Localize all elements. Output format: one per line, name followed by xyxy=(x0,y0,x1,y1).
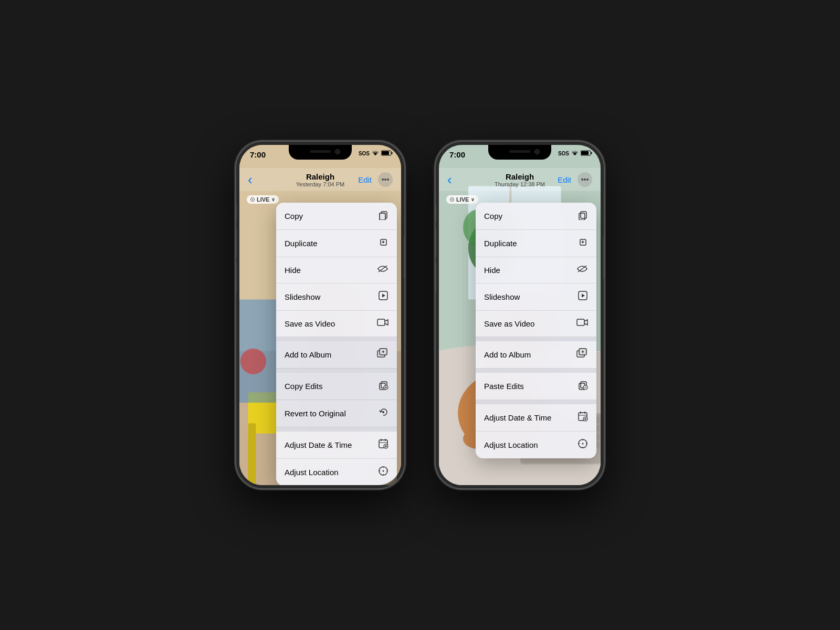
menu-hide-label-right: Hide xyxy=(484,266,500,275)
live-badge-right[interactable]: LIVE ∨ xyxy=(446,195,478,204)
edit-button-left[interactable]: Edit xyxy=(358,175,372,184)
nav-bar-right: ‹ Raleigh Thursday 12:38 PM Edit ••• xyxy=(439,168,601,191)
nav-bar-left: ‹ Raleigh Yesterday 7:04 PM Edit ••• xyxy=(239,168,401,191)
menu-duplicate-label-left: Duplicate xyxy=(285,239,318,248)
live-label-right: LIVE xyxy=(456,196,469,203)
more-dots-icon-left: ••• xyxy=(382,175,390,184)
add-album-icon-left xyxy=(377,348,388,361)
menu-adjust-date-left[interactable]: Adjust Date & Time xyxy=(276,432,397,459)
live-dot-left xyxy=(250,197,255,202)
menu-save-video-right[interactable]: Save as Video xyxy=(476,311,596,337)
slideshow-icon-left xyxy=(378,290,388,303)
menu-add-album-label-left: Add to Album xyxy=(285,350,331,359)
menu-adjust-date-label-right: Adjust Date & Time xyxy=(484,413,551,422)
menu-adjust-location-left[interactable]: Adjust Location xyxy=(276,459,397,485)
menu-duplicate-right[interactable]: Duplicate xyxy=(476,230,596,257)
live-chevron-left: ∨ xyxy=(271,197,275,202)
status-icons-left: SOS xyxy=(359,150,393,157)
volume-down-button[interactable] xyxy=(236,264,237,292)
menu-revert-left[interactable]: Revert to Original xyxy=(276,400,397,427)
volume-up-button-right[interactable] xyxy=(436,228,436,257)
battery-icon-right xyxy=(581,150,592,157)
menu-save-video-label-left: Save as Video xyxy=(285,319,335,328)
volume-down-button-right[interactable] xyxy=(436,264,436,292)
live-badge-left[interactable]: LIVE ∨ xyxy=(247,195,279,204)
menu-slideshow-label-left: Slideshow xyxy=(285,292,320,301)
silent-switch xyxy=(236,205,237,222)
status-icons-right: SOS xyxy=(558,150,592,157)
menu-copy-right[interactable]: Copy xyxy=(476,203,596,230)
menu-hide-label-left: Hide xyxy=(285,266,301,275)
context-menu-left: Copy Duplicate Hide xyxy=(276,203,397,485)
save-video-icon-left xyxy=(377,318,388,330)
add-album-icon-right xyxy=(576,348,588,361)
separator-1-right xyxy=(476,337,596,341)
notch-left xyxy=(289,145,352,160)
save-video-icon-right xyxy=(576,318,588,330)
adjust-location-icon-right xyxy=(578,438,588,452)
more-dots-icon-right: ••• xyxy=(581,175,589,184)
menu-add-album-label-right: Add to Album xyxy=(484,350,531,359)
photo-subtitle-right: Thursday 12:38 PM xyxy=(484,181,556,187)
battery-icon-left xyxy=(381,150,393,157)
left-phone: 7:00 SOS ‹ Raleigh Yesterday 7:04 PM xyxy=(236,142,404,488)
menu-duplicate-label-right: Duplicate xyxy=(484,239,517,248)
speaker-left xyxy=(310,150,331,153)
volume-up-button[interactable] xyxy=(236,228,237,257)
revert-icon-left xyxy=(378,407,388,420)
back-button-left[interactable]: ‹ xyxy=(248,172,284,188)
separator-3-right xyxy=(476,400,596,404)
back-button-right[interactable]: ‹ xyxy=(447,172,484,188)
menu-save-video-left[interactable]: Save as Video xyxy=(276,311,397,337)
copy-icon-right xyxy=(578,209,588,223)
menu-slideshow-left[interactable]: Slideshow xyxy=(276,284,397,311)
menu-adjust-location-label-right: Adjust Location xyxy=(484,440,538,449)
svg-rect-3 xyxy=(248,423,256,485)
menu-add-album-left[interactable]: Add to Album xyxy=(276,341,397,369)
separator-2-left xyxy=(276,369,397,373)
svg-rect-36 xyxy=(377,319,385,326)
menu-copy-left[interactable]: Copy xyxy=(276,203,397,230)
live-chevron-right: ∨ xyxy=(471,197,475,202)
menu-paste-edits-label-right: Paste Edits xyxy=(484,382,524,391)
duplicate-icon-right xyxy=(578,237,588,250)
scene: 7:00 SOS ‹ Raleigh Yesterday 7:04 PM xyxy=(236,142,604,488)
duplicate-icon-left xyxy=(378,237,388,250)
menu-adjust-location-right[interactable]: Adjust Location xyxy=(476,432,596,458)
context-menu-right: Copy Duplicate Hide xyxy=(476,203,596,458)
menu-adjust-date-label-left: Adjust Date & Time xyxy=(285,440,352,449)
menu-duplicate-left[interactable]: Duplicate xyxy=(276,230,397,257)
menu-adjust-date-right[interactable]: Adjust Date & Time xyxy=(476,404,596,432)
menu-copy-edits-left[interactable]: Copy Edits xyxy=(276,373,397,400)
svg-rect-102 xyxy=(579,213,585,220)
svg-rect-25 xyxy=(392,152,393,154)
svg-rect-29 xyxy=(380,213,385,220)
left-phone-screen: 7:00 SOS ‹ Raleigh Yesterday 7:04 PM xyxy=(239,145,401,485)
svg-rect-110 xyxy=(577,319,584,326)
menu-hide-left[interactable]: Hide xyxy=(276,257,397,284)
svg-marker-35 xyxy=(382,294,385,298)
svg-point-6 xyxy=(240,349,266,374)
wifi-icon-right xyxy=(571,151,579,157)
camera-right xyxy=(534,149,540,154)
svg-rect-26 xyxy=(382,151,389,155)
menu-hide-right[interactable]: Hide xyxy=(476,257,596,284)
menu-slideshow-label-right: Slideshow xyxy=(484,292,520,301)
edit-button-right[interactable]: Edit xyxy=(558,175,571,184)
camera-left xyxy=(335,149,340,154)
menu-slideshow-right[interactable]: Slideshow xyxy=(476,284,596,311)
menu-adjust-location-label-left: Adjust Location xyxy=(285,468,339,477)
menu-add-album-right[interactable]: Add to Album xyxy=(476,341,596,369)
svg-rect-100 xyxy=(591,152,592,154)
more-button-left[interactable]: ••• xyxy=(378,172,393,187)
notch-right xyxy=(488,145,551,160)
sos-label-left: SOS xyxy=(359,151,370,156)
separator-2-right xyxy=(476,369,596,373)
power-button[interactable] xyxy=(404,236,404,278)
more-button-right[interactable]: ••• xyxy=(578,172,592,187)
right-phone-screen: 7:00 SOS ‹ Raleigh Thursday 12:38 PM xyxy=(439,145,601,485)
copy-icon-left xyxy=(378,209,388,223)
power-button-right[interactable] xyxy=(603,236,604,278)
photo-subtitle-left: Yesterday 7:04 PM xyxy=(284,181,356,187)
menu-paste-edits-right[interactable]: Paste Edits xyxy=(476,373,596,400)
